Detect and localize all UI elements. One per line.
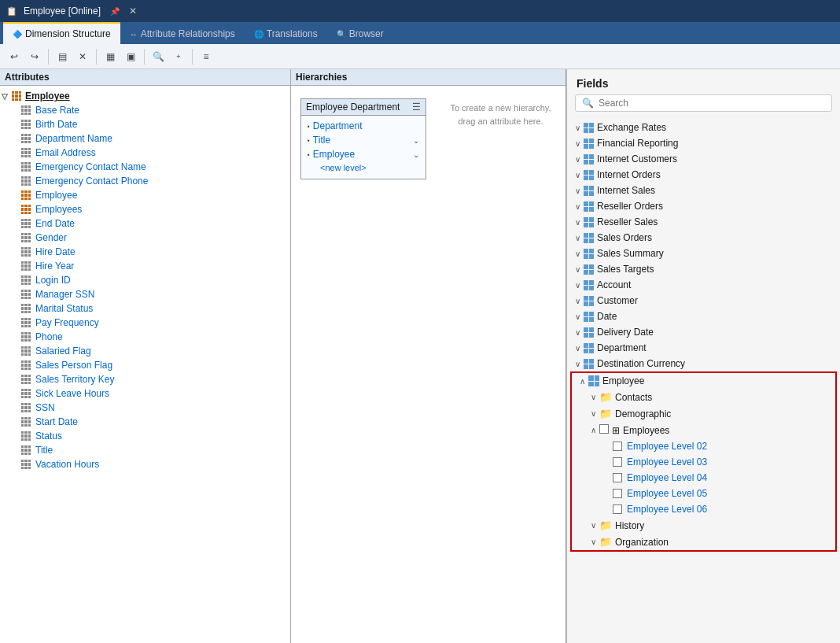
- attr-item-emergency-contact-name[interactable]: Emergency Contact Name: [0, 160, 290, 174]
- attr-item-manager-ssn[interactable]: Manager SSN: [0, 287, 290, 301]
- tree-root-employee[interactable]: ▽ Employee: [0, 89, 290, 103]
- level05-checkbox[interactable]: [613, 489, 622, 498]
- search-input[interactable]: [599, 98, 825, 109]
- field-group-department[interactable]: ∨ Department: [567, 340, 840, 356]
- grid-button[interactable]: ▦: [101, 47, 120, 66]
- attr-item-status[interactable]: Status: [0, 429, 290, 443]
- attr-item-phone[interactable]: Phone: [0, 330, 290, 344]
- field-group-customer[interactable]: ∨ Customer: [567, 293, 840, 309]
- field-group-internet-sales[interactable]: ∨ Internet Sales: [567, 183, 840, 198]
- attr-item-salaried-flag[interactable]: Salaried Flag: [0, 344, 290, 358]
- title-close-button[interactable]: ✕: [129, 6, 137, 17]
- employee-level-06[interactable]: Employee Level 06: [572, 501, 835, 517]
- attr-item-employee[interactable]: Employee: [0, 188, 290, 202]
- field-group-internet-orders[interactable]: ∨ Internet Orders: [567, 167, 840, 183]
- employees-item[interactable]: ∧ ⊞ Employees: [572, 422, 835, 438]
- employees-check-box[interactable]: [599, 424, 609, 434]
- employee-level-05[interactable]: Employee Level 05: [572, 486, 835, 501]
- zoom-button[interactable]: 🔍: [149, 47, 168, 66]
- field-group-exchange-rates[interactable]: ∨ Exchange Rates: [567, 120, 840, 135]
- attr-item-base-rate[interactable]: Base Rate: [0, 103, 290, 117]
- date-table-icon: [584, 312, 594, 322]
- employee-section-label: Employee: [602, 375, 644, 386]
- undo-button[interactable]: ↩: [5, 47, 24, 66]
- level04-checkbox[interactable]: [613, 473, 622, 482]
- hierarchy-level-title[interactable]: ▪ Title ⌄: [308, 133, 419, 147]
- attr-item-vacation-hours[interactable]: Vacation Hours: [0, 457, 290, 471]
- zoom-in-button[interactable]: +: [169, 47, 188, 66]
- attr-item-hire-date[interactable]: Hire Date: [0, 245, 290, 259]
- attr-item-sick-leave-hours[interactable]: Sick Leave Hours: [0, 386, 290, 401]
- level02-checkbox[interactable]: [613, 442, 622, 451]
- attr-item-login-id[interactable]: Login ID: [0, 273, 290, 287]
- attr-item-ssn[interactable]: SSN: [0, 401, 290, 415]
- field-group-sales-summary[interactable]: ∨ Sales Summary: [567, 246, 840, 261]
- history-item[interactable]: ∨ 📁 History: [572, 517, 835, 534]
- pin-button[interactable]: 📌: [110, 7, 120, 16]
- attr-item-title[interactable]: Title: [0, 443, 290, 457]
- attr-item-end-date[interactable]: End Date: [0, 216, 290, 231]
- hierarchy-level-employee[interactable]: ▪ Employee ⌄: [308, 147, 419, 161]
- financial-reporting-table-icon: [584, 139, 594, 149]
- organization-folder-icon: 📁: [599, 536, 612, 548]
- attr-item-gender[interactable]: Gender: [0, 231, 290, 245]
- attr-label: Employee: [35, 190, 77, 201]
- chevron-internet-orders: ∨: [575, 171, 580, 179]
- options-button[interactable]: ≡: [197, 47, 216, 66]
- contacts-item[interactable]: ∨ 📁 Contacts: [572, 389, 835, 405]
- chevron-title: ⌄: [413, 136, 419, 145]
- new-level[interactable]: <new level>: [308, 161, 419, 176]
- attr-icon: [21, 247, 31, 257]
- view-button[interactable]: ▤: [53, 47, 72, 66]
- internet-orders-table-icon: [584, 170, 594, 180]
- hierarchy-menu-icon[interactable]: ☰: [412, 102, 421, 113]
- attr-icon: [21, 304, 31, 313]
- destination-currency-label: Destination Currency: [597, 358, 685, 369]
- table-button[interactable]: ▣: [121, 47, 140, 66]
- field-group-reseller-orders[interactable]: ∨ Reseller Orders: [567, 198, 840, 214]
- attr-item-sales-territory-key[interactable]: Sales Territory Key: [0, 372, 290, 386]
- tab-browser[interactable]: 🔍 Browser: [327, 22, 393, 44]
- field-group-delivery-date[interactable]: ∨ Delivery Date: [567, 324, 840, 340]
- level03-checkbox[interactable]: [613, 457, 622, 467]
- tab-attribute-relationships[interactable]: ↔ Attribute Relationships: [120, 22, 245, 44]
- level06-checkbox[interactable]: [613, 504, 622, 514]
- attr-item-sales-person-flag[interactable]: Sales Person Flag: [0, 358, 290, 372]
- level04-label: Employee Level 04: [627, 472, 707, 483]
- attr-item-employees[interactable]: Employees: [0, 202, 290, 216]
- attr-item-email-address[interactable]: Email Address: [0, 146, 290, 160]
- field-group-sales-orders[interactable]: ∨ Sales Orders: [567, 230, 840, 246]
- hierarchy-level-department[interactable]: ▪ Department: [308, 119, 419, 133]
- attr-item-birth-date[interactable]: Birth Date: [0, 117, 290, 131]
- employees-checkbox[interactable]: [599, 424, 609, 436]
- customer-label: Customer: [597, 295, 638, 306]
- tab-translations[interactable]: 🌐 Translations: [245, 22, 327, 44]
- field-group-sales-targets[interactable]: ∨ Sales Targets: [567, 261, 840, 277]
- demographic-item[interactable]: ∨ 📁 Demographic: [572, 405, 835, 422]
- attr-item-department-name[interactable]: Department Name: [0, 131, 290, 146]
- field-group-destination-currency[interactable]: ∨ Destination Currency: [567, 356, 840, 371]
- drop-hint: To create a new hierarchy, drag an attri…: [439, 92, 562, 186]
- employee-level-04[interactable]: Employee Level 04: [572, 470, 835, 486]
- field-group-account[interactable]: ∨ Account: [567, 277, 840, 293]
- reseller-orders-label: Reseller Orders: [597, 201, 663, 212]
- tab-dimension-structure[interactable]: 🔷 Dimension Structure: [3, 22, 120, 44]
- field-group-date[interactable]: ∨ Date: [567, 309, 840, 324]
- attr-item-pay-frequency[interactable]: Pay Frequency: [0, 316, 290, 330]
- field-group-financial-reporting[interactable]: ∨ Financial Reporting: [567, 135, 840, 151]
- attr-item-hire-year[interactable]: Hire Year: [0, 259, 290, 273]
- delete-button[interactable]: ✕: [73, 47, 92, 66]
- tab-bar: 🔷 Dimension Structure ↔ Attribute Relati…: [0, 22, 840, 44]
- field-group-internet-customers[interactable]: ∨ Internet Customers: [567, 151, 840, 167]
- chevron-sales-summary: ∨: [575, 249, 580, 258]
- organization-item[interactable]: ∨ 📁 Organization: [572, 534, 835, 550]
- attr-item-start-date[interactable]: Start Date: [0, 415, 290, 429]
- attr-item-emergency-contact-phone[interactable]: Emergency Contact Phone: [0, 174, 290, 188]
- employee-field-header[interactable]: ∧ Employee: [572, 373, 835, 389]
- field-group-reseller-sales[interactable]: ∨ Reseller Sales: [567, 214, 840, 230]
- employee-level-02[interactable]: Employee Level 02: [572, 438, 835, 454]
- attr-item-marital-status[interactable]: Marital Status: [0, 301, 290, 316]
- redo-button[interactable]: ↪: [25, 47, 44, 66]
- employees-label: Employees: [623, 425, 669, 436]
- employee-level-03[interactable]: Employee Level 03: [572, 454, 835, 470]
